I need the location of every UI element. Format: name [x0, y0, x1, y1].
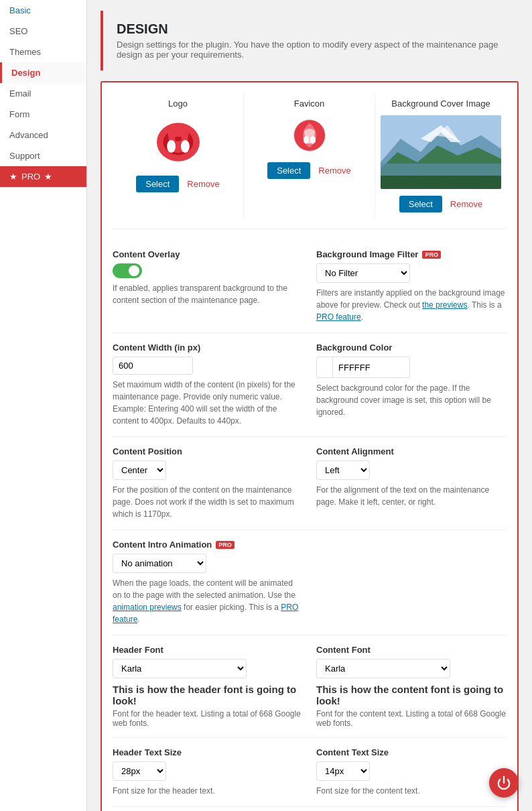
bg-filter-label: Background Image Filter PRO	[316, 249, 507, 259]
bg-cover-label: Background Cover Image	[381, 99, 501, 109]
content-overlay-label: Content Overlay	[113, 249, 303, 259]
logo-remove-button[interactable]: Remove	[187, 179, 219, 189]
fonts-row: Header Font Karla Arial Roboto This is h…	[113, 635, 507, 738]
intro-pro-badge: PRO	[216, 541, 235, 549]
bg-filter-pro-link[interactable]: PRO feature	[316, 312, 361, 322]
header-font-label: Header Font	[113, 645, 303, 655]
intro-preview-link[interactable]: animation previews	[113, 603, 182, 612]
favicon-col: Favicon Select Remove	[244, 93, 375, 218]
favicon-svg	[293, 119, 326, 152]
svg-rect-4	[175, 137, 182, 141]
sidebar-pro-label: PRO	[21, 172, 40, 182]
page-title: DESIGN	[117, 21, 505, 37]
design-panel: Logo Select Remove	[101, 81, 519, 811]
header-text-size-col: Header Text Size 28px 14px 16px 20px 24p…	[113, 747, 303, 797]
intro-empty-col	[316, 540, 507, 625]
favicon-label: Favicon	[249, 99, 369, 109]
content-text-size-select[interactable]: 14px 12px 16px 18px	[316, 761, 370, 781]
svg-point-3	[181, 140, 190, 153]
content-position-col: Content Position Center Left Right For t…	[113, 446, 303, 520]
star-icon: ★	[9, 172, 17, 182]
page-header: DESIGN Design settings for the plugin. Y…	[101, 11, 519, 70]
content-width-col: Content Width (in px) Set maximum width …	[113, 342, 303, 427]
logo-image	[151, 115, 205, 169]
bg-color-label: Background Color	[316, 342, 507, 353]
content-alignment-desc: For the alignment of the text on the mai…	[316, 484, 507, 508]
svg-rect-12	[381, 164, 501, 176]
intro-animation-row: Content Intro Animation PRO No animation…	[113, 530, 507, 635]
logo-svg	[151, 119, 205, 166]
content-alignment-select[interactable]: Left Center Right	[316, 460, 370, 480]
image-section: Logo Select Remove	[113, 93, 507, 229]
bg-cover-remove-button[interactable]: Remove	[450, 199, 482, 209]
content-width-label: Content Width (in px)	[113, 342, 303, 353]
bg-filter-preview-link[interactable]: the previews	[422, 300, 467, 310]
bg-filter-col: Background Image Filter PRO No Filter Bl…	[316, 249, 507, 323]
main-content: DESIGN Design settings for the plugin. Y…	[87, 0, 532, 811]
bg-color-input-wrapper[interactable]	[316, 357, 410, 378]
header-font-preview: This is how the header font is going to …	[113, 684, 303, 706]
content-text-size-label: Content Text Size	[316, 747, 507, 757]
sidebar-item-advanced[interactable]: Advanced	[0, 125, 86, 145]
content-alignment-col: Content Alignment Left Center Right For …	[316, 446, 507, 520]
mountain-scene	[381, 115, 501, 189]
sidebar-item-support[interactable]: Support	[0, 145, 86, 166]
content-overlay-toggle[interactable]	[113, 263, 142, 278]
sidebar: Basic SEO Themes Design Email Form Advan…	[0, 0, 87, 811]
content-text-size-desc: Font size for the content text.	[316, 785, 507, 797]
favicon-select-button[interactable]: Select	[267, 162, 310, 179]
sidebar-item-design[interactable]: Design	[0, 62, 86, 83]
mountain-svg	[381, 115, 501, 189]
intro-animation-desc: When the page loads, the content will be…	[113, 577, 303, 625]
sidebar-item-themes[interactable]: Themes	[0, 42, 86, 62]
bg-filter-desc: Filters are instantly applied on the bac…	[316, 287, 507, 323]
header-font-col: Header Font Karla Arial Roboto This is h…	[113, 645, 303, 728]
overlay-filter-row: Content Overlay If enabled, applies tran…	[113, 240, 507, 333]
width-color-row: Content Width (in px) Set maximum width …	[113, 333, 507, 437]
svg-marker-11	[381, 176, 501, 189]
sidebar-item-basic[interactable]: Basic	[0, 0, 86, 21]
star-icon-2: ★	[44, 172, 52, 182]
bg-cover-image	[381, 115, 501, 189]
bg-color-desc: Select background color for the page. If…	[316, 382, 507, 418]
power-button[interactable]	[489, 768, 519, 798]
svg-point-7	[310, 136, 315, 144]
content-font-select[interactable]: Karla Arial Roboto	[316, 659, 450, 678]
content-overlay-desc: If enabled, applies transparent backgrou…	[113, 282, 303, 306]
content-alignment-label: Content Alignment	[316, 446, 507, 456]
bg-filter-pro-badge: PRO	[422, 251, 441, 259]
content-width-input[interactable]	[113, 357, 193, 375]
intro-animation-select[interactable]: No animation Fade In Slide Up Zoom In	[113, 554, 206, 573]
bg-color-col: Background Color Select background color…	[316, 342, 507, 427]
position-alignment-row: Content Position Center Left Right For t…	[113, 437, 507, 530]
header-font-select[interactable]: Karla Arial Roboto	[113, 659, 247, 678]
header-text-size-label: Header Text Size	[113, 747, 303, 757]
content-overlay-col: Content Overlay If enabled, applies tran…	[113, 249, 303, 323]
bg-cover-col: Background Cover Image	[375, 93, 507, 218]
bg-color-swatch	[317, 357, 333, 377]
content-text-size-col: Content Text Size 14px 12px 16px 18px Fo…	[316, 747, 507, 797]
text-color-row: Header Text Color Select font color for …	[113, 807, 507, 811]
page-description: Design settings for the plugin. You have…	[117, 40, 505, 60]
content-width-desc: Set maximum width of the content (in pix…	[113, 379, 303, 427]
sidebar-item-email[interactable]: Email	[0, 83, 86, 104]
logo-select-button[interactable]: Select	[136, 176, 179, 192]
content-font-col: Content Font Karla Arial Roboto This is …	[316, 645, 507, 728]
power-icon	[496, 775, 511, 790]
toggle-container[interactable]	[113, 263, 303, 278]
svg-point-2	[167, 140, 176, 153]
bg-cover-select-button[interactable]: Select	[399, 196, 442, 212]
bg-color-text[interactable]	[333, 359, 410, 376]
content-font-preview: This is how the content font is going to…	[316, 684, 507, 706]
content-position-select[interactable]: Center Left Right	[113, 460, 166, 480]
svg-point-6	[303, 136, 308, 144]
sidebar-item-form[interactable]: Form	[0, 104, 86, 125]
content-position-desc: For the position of the content on the m…	[113, 484, 303, 520]
header-font-sub: Font for the header text. Listing a tota…	[113, 709, 303, 728]
sidebar-item-pro[interactable]: ★ PRO ★	[0, 166, 86, 187]
favicon-remove-button[interactable]: Remove	[318, 166, 350, 176]
sidebar-item-seo[interactable]: SEO	[0, 21, 86, 42]
header-text-size-select[interactable]: 28px 14px 16px 20px 24px 32px	[113, 761, 166, 781]
bg-filter-select[interactable]: No Filter Blur Grayscale Sepia	[316, 263, 410, 283]
intro-animation-col: Content Intro Animation PRO No animation…	[113, 540, 303, 625]
